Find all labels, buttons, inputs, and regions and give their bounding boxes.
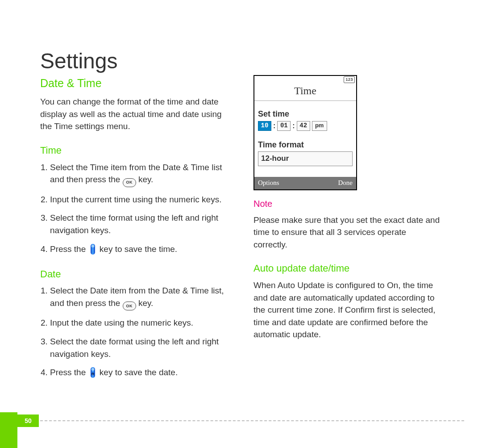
right-column: 123 Time Set time 10 : 01 : 42 pm Time f… [253, 75, 442, 386]
set-time-label: Set time [258, 108, 353, 120]
step-text: key. [138, 175, 153, 184]
time-ampm-cell: pm [312, 121, 327, 131]
step-text: Press the [50, 244, 88, 254]
svg-point-3 [91, 368, 94, 371]
side-stripe [0, 412, 17, 448]
intro-paragraph: You can change the format of the time an… [40, 96, 229, 133]
soft-key-icon: i [89, 366, 96, 380]
step-text: Press the [50, 368, 88, 377]
left-column: Date & Time You can change the format of… [40, 75, 229, 386]
phone-screen-title: Time [254, 83, 356, 101]
step-text: Select the Time item from the Date & Tim… [50, 163, 222, 184]
step-text: Select the Date item from the Date & Tim… [50, 286, 224, 308]
time-hours-cell: 10 [258, 121, 271, 131]
list-item: Select the Time item from the Date & Tim… [50, 161, 229, 187]
soft-key-icon [89, 243, 96, 256]
subheading-auto-update: Auto update date/time [253, 261, 442, 276]
list-item: Press the key to [50, 243, 229, 256]
colon: : [273, 121, 275, 131]
subheading-date: Date [40, 267, 229, 281]
section-heading-date-time: Date & Time [40, 75, 229, 91]
list-item: Input the date using the numeric keys. [50, 317, 229, 329]
list-item: Input the current time using the numeric… [50, 193, 229, 206]
time-format-value: 12-hour [258, 151, 353, 166]
footer-divider [40, 420, 464, 421]
note-heading: Note [253, 197, 442, 210]
step-text: key to save the date. [100, 368, 178, 377]
ok-key-icon: OK [123, 301, 136, 310]
time-minutes-cell: 01 [277, 121, 291, 131]
svg-point-1 [91, 245, 94, 247]
softkey-left-label: Options [258, 178, 279, 188]
ok-key-icon: OK [123, 178, 136, 187]
date-steps-list: Select the Date item from the Date & Tim… [40, 285, 229, 380]
phone-screenshot: 123 Time Set time 10 : 01 : 42 pm Time f… [253, 75, 357, 190]
list-item: Select the date format using the left an… [50, 335, 229, 360]
softkey-right-label: Done [338, 178, 353, 188]
input-mode-badge: 123 [344, 76, 355, 83]
phone-status-bar: 123 [254, 76, 356, 83]
subheading-time: Time [40, 143, 229, 158]
page-title: Settings [40, 49, 117, 73]
colon: : [292, 121, 295, 131]
time-seconds-cell: 42 [297, 121, 310, 131]
list-item: Select the Date item from the Date & Tim… [50, 285, 229, 310]
step-text: key. [138, 298, 153, 308]
svg-text:i: i [92, 373, 93, 376]
page-number: 50 [17, 415, 39, 427]
time-format-label: Time format [258, 139, 353, 151]
list-item: Press the i [50, 366, 229, 380]
time-input-row: 10 : 01 : 42 pm [258, 121, 353, 131]
time-steps-list: Select the Time item from the Date & Tim… [40, 161, 229, 256]
phone-softkey-bar: Options Done [254, 177, 356, 189]
step-text: key to save the time. [100, 244, 177, 254]
note-body: Please make sure that you set the exact … [253, 214, 442, 251]
list-item: Select the time format using the left an… [50, 212, 229, 236]
auto-update-body: When Auto Update is configured to On, th… [253, 279, 442, 341]
